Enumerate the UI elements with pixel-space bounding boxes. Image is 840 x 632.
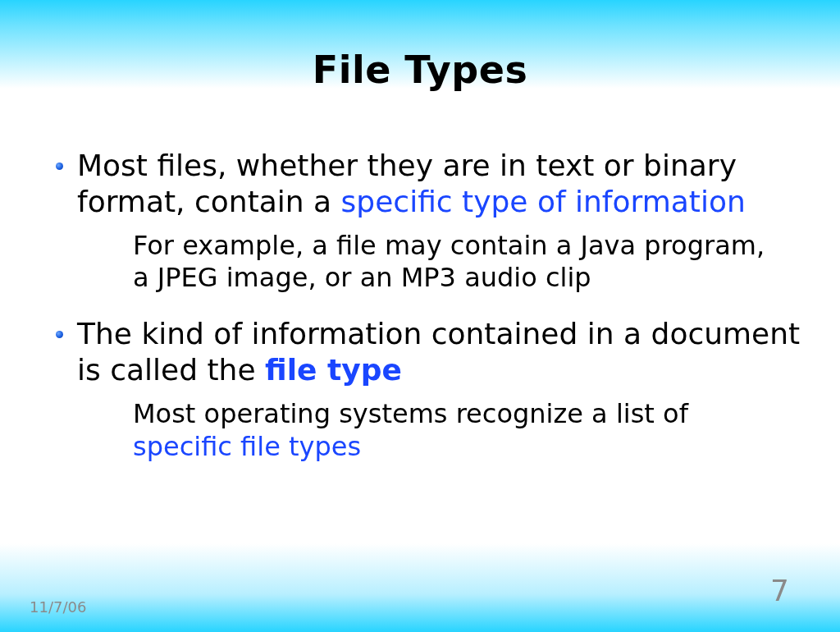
sub-bullet: Most operating systems recognize a list … (52, 398, 801, 463)
bullet-text: The kind of information contained in a d… (77, 317, 800, 387)
footer-date: 11/7/06 (30, 598, 86, 616)
sub-bullet: For example, a file may contain a Java p… (52, 230, 801, 295)
sub-text: Most operating systems recognize a list … (133, 398, 688, 429)
slide-title: File Types (0, 0, 840, 92)
highlight-text: specific type of information (341, 185, 746, 218)
bullet-item: The kind of information contained in a d… (52, 316, 801, 388)
slide-body: Most files, whether they are in text or … (0, 92, 840, 463)
highlight-bold-text: file type (265, 353, 402, 387)
page-number: 7 (770, 574, 789, 607)
bullet-item: Most files, whether they are in text or … (52, 148, 801, 220)
sub-text: For example, a file may contain a Java p… (133, 230, 765, 294)
sub-highlight: specific file types (133, 431, 361, 462)
